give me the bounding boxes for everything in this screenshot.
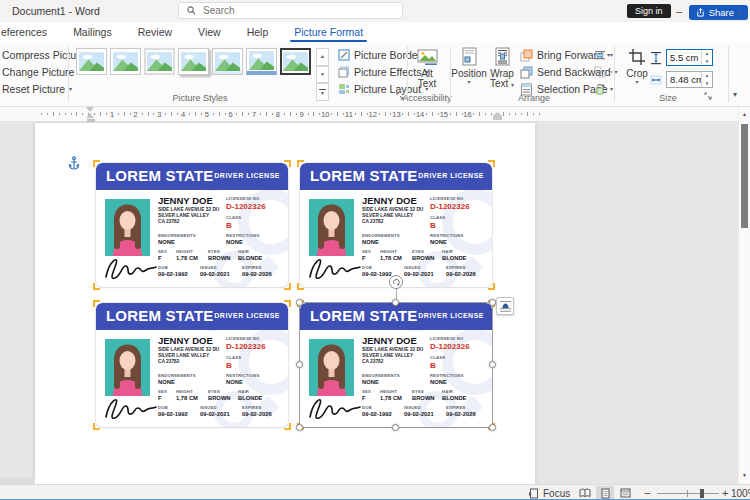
ruler-tick	[201, 113, 202, 115]
selection-handle[interactable]	[296, 361, 303, 368]
ruler-tick	[236, 113, 237, 115]
driver-license-card[interactable]: LOREM STATE DRIVER LICENSE JENNY DOE SID…	[96, 303, 288, 427]
restrictions-field: RESTRICTIONS NONE	[430, 233, 464, 245]
shape-height-input[interactable]	[667, 52, 701, 63]
tab-picture-format[interactable]: Picture Format	[281, 22, 376, 42]
sign-in-button[interactable]: Sign in	[627, 4, 671, 18]
license-card-4[interactable]: LOREM STATE DRIVER LICENSE JENNY DOE SID…	[300, 303, 492, 427]
align-objects-button[interactable]: ▾	[594, 48, 613, 62]
restrictions-field: RESTRICTIONS NONE	[226, 233, 260, 245]
ruler-tick	[177, 113, 178, 115]
gallery-scroll-up-button[interactable]: ▲	[316, 48, 329, 66]
ruler-tick	[59, 113, 60, 115]
share-button[interactable]: Share ▾	[689, 5, 748, 20]
selection-handle[interactable]	[296, 299, 303, 306]
tab-view[interactable]: View	[185, 22, 234, 42]
selection-handle[interactable]	[392, 424, 399, 431]
layout-options-button[interactable]	[496, 297, 514, 315]
scroll-up-icon[interactable]: ▲	[742, 111, 747, 117]
wrap-text-button[interactable]: Wrap Text ▾	[486, 46, 518, 90]
web-layout-button[interactable]	[616, 486, 634, 500]
size-group-label: Size	[659, 93, 677, 103]
selection-handle[interactable]	[489, 299, 496, 306]
horizontal-scrollbar[interactable]	[0, 477, 35, 484]
zoom-in-button[interactable]: +	[722, 485, 728, 500]
scroll-down-icon[interactable]: ▼	[742, 472, 747, 478]
signature	[100, 393, 160, 423]
crop-button[interactable]: Crop ▾	[621, 46, 653, 90]
driver-license-card[interactable]: LOREM STATE DRIVER LICENSE JENNY DOE SID…	[96, 163, 288, 287]
shape-width-input[interactable]	[667, 74, 701, 85]
stepper-up-icon[interactable]: ▲	[702, 50, 712, 58]
position-button[interactable]: Position ▾	[453, 46, 485, 90]
endorsements-field: ENDORSEMENTS NONE	[158, 233, 196, 245]
stepper-down-icon[interactable]: ▼	[702, 80, 712, 88]
selection-handle[interactable]	[489, 361, 496, 368]
picture-styles-gallery	[76, 48, 311, 75]
tab-eferences[interactable]: eferences	[0, 22, 60, 42]
ruler-tick	[189, 113, 190, 115]
rotate-icon	[594, 83, 606, 95]
license-card-2[interactable]: LOREM STATE DRIVER LICENSE JENNY DOE SID…	[300, 163, 492, 287]
zoom-slider-thumb[interactable]	[700, 489, 704, 498]
collapse-ribbon-button[interactable]: ▾	[733, 90, 737, 99]
card-address: SIDE LAKE AVENUE 32 DU SILVER LANE VALLE…	[362, 207, 423, 225]
ruler-tick	[53, 112, 54, 116]
tab-help[interactable]: Help	[234, 22, 282, 42]
selection-handle[interactable]	[489, 424, 496, 431]
stepper-down-icon[interactable]: ▼	[702, 58, 712, 66]
selection-handle[interactable]	[296, 424, 303, 431]
eyes-field: EYES BROWN	[412, 389, 435, 401]
right-indent-marker[interactable]	[493, 112, 502, 120]
picture-style-thumbnail[interactable]	[212, 48, 243, 75]
license-card-3[interactable]: LOREM STATE DRIVER LICENSE JENNY DOE SID…	[96, 303, 288, 427]
change-picture-button[interactable]: Change Picture▾	[2, 65, 81, 79]
ruler-tick	[379, 113, 380, 115]
landscape-thumbnail-icon	[113, 52, 138, 71]
hanging-indent-marker[interactable]	[86, 113, 94, 118]
print-layout-button[interactable]	[596, 486, 614, 500]
gallery-more-button[interactable]: ▼	[316, 83, 329, 101]
gallery-scroll-down-button[interactable]: ▼	[316, 66, 329, 84]
search-input[interactable]	[203, 5, 373, 16]
shape-width-field[interactable]: ▲▼	[666, 71, 713, 88]
shape-height-field[interactable]: ▲▼	[666, 49, 713, 66]
search-box[interactable]	[178, 2, 403, 19]
group-objects-button[interactable]: ▾	[594, 65, 613, 79]
size-dialog-launcher[interactable]	[704, 92, 713, 101]
portrait-photo	[105, 199, 150, 256]
tab-mailings[interactable]: Mailings	[60, 22, 125, 42]
rotate-objects-button[interactable]: ▾	[594, 82, 613, 96]
first-line-indent-marker[interactable]	[86, 107, 94, 112]
picture-style-thumbnail[interactable]	[178, 48, 209, 75]
portrait-photo	[309, 339, 354, 396]
driver-license-card[interactable]: LOREM STATE DRIVER LICENSE JENNY DOE SID…	[300, 163, 492, 287]
read-mode-button[interactable]	[576, 486, 594, 500]
crop-mark-icon	[93, 283, 100, 290]
picture-style-thumbnail[interactable]	[110, 48, 141, 75]
ruler-tick	[408, 112, 409, 116]
focus-button[interactable]: Focus	[528, 485, 570, 500]
reset-picture-button[interactable]: Reset Picture▾	[2, 82, 72, 96]
object-anchor-icon	[68, 156, 80, 170]
width-stepper[interactable]: ▲▼	[701, 72, 712, 87]
scrollbar-thumb[interactable]	[741, 124, 748, 228]
driver-license-card[interactable]: LOREM STATE DRIVER LICENSE JENNY DOE SID…	[300, 303, 492, 427]
picture-style-thumbnail[interactable]	[280, 48, 311, 75]
picture-style-thumbnail[interactable]	[144, 48, 175, 75]
picture-style-thumbnail[interactable]	[246, 48, 277, 75]
stepper-up-icon[interactable]: ▲	[702, 72, 712, 80]
position-icon	[462, 46, 477, 66]
rotation-handle[interactable]	[389, 275, 403, 289]
alt-text-button[interactable]: Alt Text	[411, 46, 443, 90]
license-card-1[interactable]: LOREM STATE DRIVER LICENSE JENNY DOE SID…	[96, 163, 288, 287]
selection-handle[interactable]	[392, 299, 399, 306]
vertical-scrollbar[interactable]: ▲ ▼	[738, 107, 750, 484]
rotation-handle-line	[396, 288, 397, 299]
zoom-level[interactable]: 100%	[731, 485, 750, 500]
zoom-slider[interactable]	[657, 493, 719, 494]
zoom-out-button[interactable]: −	[644, 485, 650, 500]
tab-review[interactable]: Review	[125, 22, 185, 42]
picture-style-thumbnail[interactable]	[76, 48, 107, 75]
height-stepper[interactable]: ▲▼	[701, 50, 712, 65]
